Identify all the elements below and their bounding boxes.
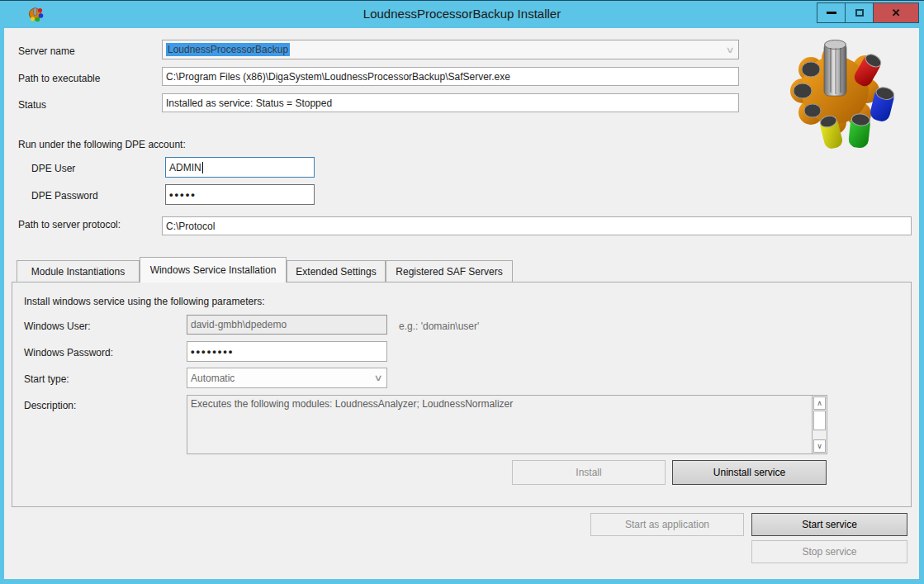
path-executable-field: C:\Program Files (x86)\DigaSystem\Loudne… (162, 67, 739, 86)
windows-password-value: •••••••• (191, 348, 234, 356)
dpe-password-value: ••••• (169, 191, 197, 199)
minimize-button[interactable] (817, 2, 846, 23)
start-type-combobox[interactable]: Automatic ∨ (187, 368, 387, 388)
windows-password-label: Windows Password: (24, 347, 113, 358)
service-installation-panel: Install windows service using the follow… (12, 282, 912, 507)
description-textarea: Executes the following modules: Loudness… (187, 395, 827, 454)
tab-label: Module Instantiations (31, 266, 125, 278)
path-protocol-input[interactable]: C:\Protocol (162, 216, 912, 235)
uninstall-service-button[interactable]: Uninstall service (672, 460, 827, 485)
install-button-label: Install (576, 467, 601, 478)
start-type-label: Start type: (24, 373, 69, 385)
minimize-icon (827, 12, 836, 14)
tab-module-instantiations[interactable]: Module Instantiations (17, 260, 140, 282)
start-type-value: Automatic (191, 373, 235, 384)
windows-user-hint: e.g.: 'domain\user' (399, 320, 479, 332)
tab-label: Windows Service Installation (150, 264, 277, 276)
windows-user-value: david-gmbh\dpedemo (191, 319, 287, 330)
path-executable-label: Path to executable (18, 73, 100, 84)
dpe-password-input[interactable]: ••••• (165, 184, 315, 205)
tab-label: Extended Settings (296, 266, 376, 278)
window-controls: ✕ (817, 2, 919, 23)
dpe-section-label: Run under the following DPE account: (18, 139, 186, 150)
start-service-button[interactable]: Start service (751, 513, 907, 536)
description-value: Executes the following modules: Loudness… (191, 398, 513, 410)
scroll-up-icon: ∧ (817, 399, 822, 407)
scrollbar-thumb[interactable] (813, 411, 826, 430)
tab-windows-service-installation[interactable]: Windows Service Installation (140, 257, 287, 283)
dpe-user-input[interactable]: ADMIN (165, 157, 315, 178)
window-title: LoudnessProcessorBackup Installer (0, 7, 924, 21)
status-value: Installed as service: Status = Stopped (166, 97, 332, 109)
uninstall-button-label: Uninstall service (713, 467, 785, 478)
close-button[interactable]: ✕ (873, 2, 919, 23)
install-button: Install (512, 460, 666, 485)
scroll-down-button[interactable]: ∨ (813, 439, 826, 453)
dpe-user-value: ADMIN (169, 162, 201, 173)
start-service-label: Start service (802, 519, 857, 530)
tab-registered-saf-servers[interactable]: Registered SAF Servers (386, 260, 513, 282)
dpe-user-label: DPE User (31, 163, 75, 174)
scroll-down-icon: ∨ (817, 442, 822, 450)
chevron-down-icon: ∨ (373, 373, 382, 383)
maximize-icon (855, 9, 864, 17)
start-as-application-button: Start as application (590, 513, 744, 536)
windows-password-input[interactable]: •••••••• (187, 341, 387, 362)
start-app-label: Start as application (625, 519, 709, 530)
installer-window: LoudnessProcessorBackup Installer ✕ Serv… (0, 0, 924, 584)
text-caret (202, 162, 203, 173)
server-name-combobox[interactable]: LoudnessProcessorBackup ∨ (162, 40, 739, 59)
scroll-up-button[interactable]: ∧ (813, 396, 826, 410)
status-label: Status (18, 99, 46, 111)
dpe-password-label: DPE Password (31, 190, 98, 202)
form-body: Server name LoudnessProcessorBackup ∨ Pa… (4, 28, 919, 579)
description-label: Description: (24, 400, 76, 411)
server-name-value: LoudnessProcessorBackup (166, 43, 290, 56)
digasystem-logo (775, 35, 910, 152)
path-protocol-label: Path to server protocol: (18, 219, 121, 230)
status-field: Installed as service: Status = Stopped (162, 93, 739, 112)
windows-user-label: Windows User: (24, 320, 91, 332)
path-executable-value: C:\Program Files (x86)\DigaSystem\Loudne… (166, 71, 510, 83)
title-bar: LoudnessProcessorBackup Installer ✕ (0, 1, 924, 28)
stop-service-label: Stop service (802, 546, 856, 558)
tab-label: Registered SAF Servers (396, 266, 502, 278)
maximize-button[interactable] (845, 2, 874, 23)
stop-service-button: Stop service (751, 540, 907, 563)
path-protocol-value: C:\Protocol (166, 221, 215, 232)
server-name-label: Server name (18, 45, 75, 57)
tab-extended-settings[interactable]: Extended Settings (287, 260, 386, 282)
chevron-down-icon: ∨ (725, 45, 734, 55)
description-scrollbar[interactable]: ∧ ∨ (812, 396, 827, 453)
windows-user-input: david-gmbh\dpedemo (187, 315, 387, 335)
panel-intro-label: Install windows service using the follow… (24, 296, 264, 307)
close-icon: ✕ (892, 7, 901, 19)
